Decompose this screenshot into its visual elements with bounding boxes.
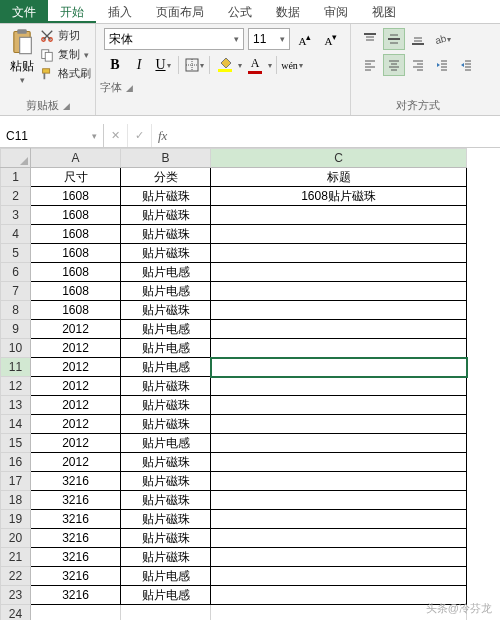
align-top-button[interactable] xyxy=(359,28,381,50)
row-header[interactable]: 17 xyxy=(1,472,31,491)
row-header[interactable]: 23 xyxy=(1,586,31,605)
enter-formula-button[interactable]: ✓ xyxy=(128,124,152,147)
cell[interactable]: 1608 xyxy=(31,225,121,244)
cell[interactable] xyxy=(211,415,467,434)
cell[interactable] xyxy=(211,377,467,396)
chevron-down-icon[interactable]: ▾ xyxy=(238,61,242,70)
tab-review[interactable]: 审阅 xyxy=(312,0,360,23)
cell[interactable]: 贴片磁珠 xyxy=(121,377,211,396)
cancel-formula-button[interactable]: ✕ xyxy=(104,124,128,147)
cell[interactable]: 2012 xyxy=(31,339,121,358)
increase-font-button[interactable]: A▴ xyxy=(294,28,316,50)
cell[interactable]: 贴片磁珠 xyxy=(121,301,211,320)
cell[interactable]: 贴片电感 xyxy=(121,358,211,377)
row-header[interactable]: 15 xyxy=(1,434,31,453)
col-header-A[interactable]: A xyxy=(31,149,121,168)
cell[interactable] xyxy=(211,225,467,244)
cell[interactable] xyxy=(211,263,467,282)
format-painter-button[interactable]: 格式刷 xyxy=(40,66,91,81)
row-header[interactable]: 20 xyxy=(1,529,31,548)
name-box[interactable]: C11 ▾ xyxy=(0,124,104,147)
cell[interactable]: 3216 xyxy=(31,472,121,491)
row-header[interactable]: 22 xyxy=(1,567,31,586)
cell[interactable]: 贴片电感 xyxy=(121,282,211,301)
italic-button[interactable]: I xyxy=(128,54,150,76)
cell[interactable]: 贴片磁珠 xyxy=(121,396,211,415)
cell[interactable] xyxy=(211,453,467,472)
cell[interactable]: 2012 xyxy=(31,377,121,396)
phonetic-button[interactable]: wén▾ xyxy=(281,54,303,76)
cell[interactable]: 贴片电感 xyxy=(121,339,211,358)
row-header[interactable]: 6 xyxy=(1,263,31,282)
cell[interactable]: 3216 xyxy=(31,586,121,605)
cell[interactable]: 贴片磁珠 xyxy=(121,491,211,510)
cell[interactable]: 2012 xyxy=(31,396,121,415)
row-header[interactable]: 7 xyxy=(1,282,31,301)
cell[interactable]: 贴片磁珠 xyxy=(121,225,211,244)
cell[interactable] xyxy=(211,472,467,491)
cell[interactable] xyxy=(211,434,467,453)
cell[interactable] xyxy=(211,244,467,263)
orientation-button[interactable]: ab▾ xyxy=(431,28,453,50)
select-all-corner[interactable] xyxy=(1,149,31,168)
cell[interactable] xyxy=(211,339,467,358)
row-header[interactable]: 14 xyxy=(1,415,31,434)
tab-insert[interactable]: 插入 xyxy=(96,0,144,23)
decrease-font-button[interactable]: A▾ xyxy=(320,28,342,50)
tab-file[interactable]: 文件 xyxy=(0,0,48,23)
row-header[interactable]: 4 xyxy=(1,225,31,244)
copy-button[interactable]: 复制 ▾ xyxy=(40,47,91,62)
cell[interactable] xyxy=(211,358,467,377)
tab-view[interactable]: 视图 xyxy=(360,0,408,23)
row-header[interactable]: 16 xyxy=(1,453,31,472)
cell[interactable]: 1608 xyxy=(31,187,121,206)
cell[interactable]: 2012 xyxy=(31,434,121,453)
align-bottom-button[interactable] xyxy=(407,28,429,50)
cell[interactable]: 1608 xyxy=(31,244,121,263)
row-header[interactable]: 5 xyxy=(1,244,31,263)
cell[interactable]: 贴片磁珠 xyxy=(121,187,211,206)
cell[interactable]: 尺寸 xyxy=(31,168,121,187)
cell[interactable]: 1608 xyxy=(31,263,121,282)
formula-input[interactable] xyxy=(173,124,500,147)
col-header-B[interactable]: B xyxy=(121,149,211,168)
cell[interactable]: 贴片磁珠 xyxy=(121,206,211,225)
cell[interactable]: 3216 xyxy=(31,548,121,567)
align-left-button[interactable] xyxy=(359,54,381,76)
cell[interactable]: 贴片电感 xyxy=(121,567,211,586)
cell[interactable] xyxy=(211,510,467,529)
cell[interactable]: 贴片磁珠 xyxy=(121,472,211,491)
tab-formulas[interactable]: 公式 xyxy=(216,0,264,23)
row-header[interactable]: 13 xyxy=(1,396,31,415)
col-header-C[interactable]: C xyxy=(211,149,467,168)
align-right-button[interactable] xyxy=(407,54,429,76)
cell[interactable] xyxy=(121,605,211,621)
cell[interactable]: 贴片磁珠 xyxy=(121,244,211,263)
tab-home[interactable]: 开始 xyxy=(48,0,96,23)
bold-button[interactable]: B xyxy=(104,54,126,76)
cell[interactable]: 贴片磁珠 xyxy=(121,529,211,548)
chevron-down-icon[interactable]: ▾ xyxy=(268,61,272,70)
cell[interactable] xyxy=(211,529,467,548)
cell[interactable] xyxy=(211,491,467,510)
dialog-launcher-icon[interactable]: ◢ xyxy=(126,83,133,93)
decrease-indent-button[interactable] xyxy=(431,54,453,76)
border-button[interactable]: ▾ xyxy=(183,54,205,76)
cell[interactable]: 2012 xyxy=(31,358,121,377)
cell[interactable] xyxy=(211,206,467,225)
cell[interactable] xyxy=(211,282,467,301)
cell[interactable]: 3216 xyxy=(31,510,121,529)
cell[interactable]: 贴片电感 xyxy=(121,434,211,453)
cell[interactable]: 贴片磁珠 xyxy=(121,453,211,472)
cell[interactable] xyxy=(211,567,467,586)
row-header[interactable]: 2 xyxy=(1,187,31,206)
row-header[interactable]: 19 xyxy=(1,510,31,529)
cell[interactable]: 1608 xyxy=(31,206,121,225)
row-header[interactable]: 21 xyxy=(1,548,31,567)
cut-button[interactable]: 剪切 xyxy=(40,28,91,43)
paste-button[interactable]: 粘贴 ▾ xyxy=(4,26,40,87)
underline-button[interactable]: U▾ xyxy=(152,54,174,76)
cell[interactable]: 贴片电感 xyxy=(121,586,211,605)
cell[interactable]: 贴片磁珠 xyxy=(121,415,211,434)
row-header[interactable]: 24 xyxy=(1,605,31,621)
